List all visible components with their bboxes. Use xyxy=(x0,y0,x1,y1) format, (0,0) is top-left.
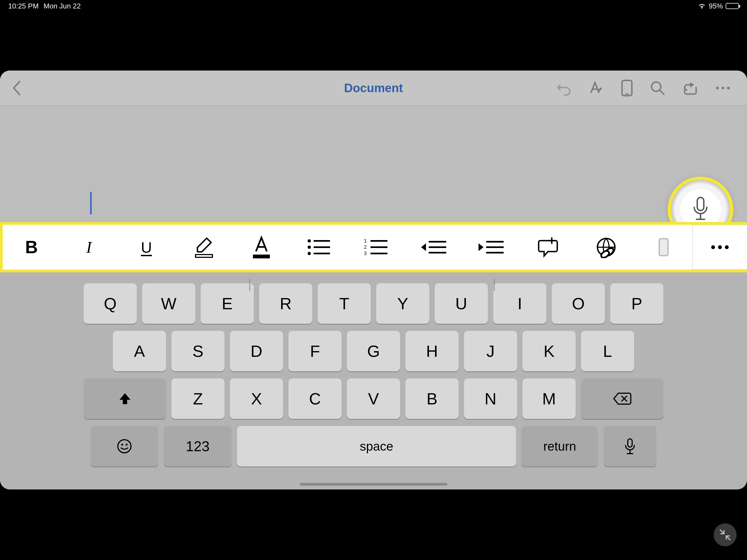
insert-media-button[interactable] xyxy=(635,225,692,270)
undo-icon[interactable] xyxy=(556,80,571,96)
svg-text:3: 3 xyxy=(364,251,367,256)
key-shift[interactable] xyxy=(84,378,166,419)
emoji-icon xyxy=(117,439,132,454)
formatting-ribbon-highlight: B I U 123 xyxy=(0,222,747,272)
svg-text:1: 1 xyxy=(364,238,367,244)
key-p[interactable]: P xyxy=(610,283,663,324)
bold-button[interactable]: B xyxy=(3,225,60,270)
search-icon[interactable] xyxy=(650,80,666,96)
key-h[interactable]: H xyxy=(406,331,459,371)
font-color-button[interactable] xyxy=(233,225,290,270)
keyboard-row-4: 123 space return xyxy=(81,426,666,466)
status-time: 10:25 PM xyxy=(8,2,38,10)
svg-rect-11 xyxy=(253,255,270,258)
key-x[interactable]: X xyxy=(230,378,283,419)
microphone-icon xyxy=(691,196,710,223)
key-d[interactable]: D xyxy=(230,331,283,371)
key-return[interactable]: return xyxy=(521,426,598,466)
key-t[interactable]: T xyxy=(318,283,371,324)
key-g[interactable]: G xyxy=(347,331,400,371)
svg-rect-10 xyxy=(196,255,212,257)
status-date: Mon Jun 22 xyxy=(44,2,81,10)
decrease-indent-button[interactable] xyxy=(462,225,520,270)
status-bar: 10:25 PM Mon Jun 22 95% xyxy=(0,0,747,12)
svg-rect-44 xyxy=(628,439,632,447)
insert-link-button[interactable] xyxy=(577,225,635,270)
battery-icon xyxy=(726,3,739,9)
svg-point-5 xyxy=(722,87,724,90)
key-a[interactable]: A xyxy=(113,331,166,371)
home-indicator[interactable] xyxy=(300,483,447,486)
svg-rect-7 xyxy=(697,198,704,210)
svg-line-3 xyxy=(660,90,664,94)
svg-point-41 xyxy=(118,440,131,453)
text-cursor xyxy=(90,192,92,214)
key-e[interactable]: E xyxy=(201,283,254,324)
key-z[interactable]: Z xyxy=(172,378,225,419)
key-q[interactable]: Q xyxy=(84,283,137,324)
key-s[interactable]: S xyxy=(172,331,225,371)
svg-point-37 xyxy=(718,245,722,249)
arrows-in-icon xyxy=(719,529,731,541)
svg-text:2: 2 xyxy=(364,245,367,250)
back-button[interactable] xyxy=(0,71,33,105)
keyboard-row-2: A S D F G H J K L xyxy=(81,331,666,371)
backspace-icon xyxy=(613,392,632,405)
svg-point-14 xyxy=(308,252,311,255)
svg-point-13 xyxy=(308,246,311,249)
svg-point-4 xyxy=(716,87,719,90)
add-comment-button[interactable] xyxy=(520,225,577,270)
key-u[interactable]: U xyxy=(435,283,488,324)
key-b[interactable]: B xyxy=(406,378,459,419)
more-icon[interactable] xyxy=(715,86,730,90)
mobile-view-icon[interactable] xyxy=(621,79,633,97)
key-k[interactable]: K xyxy=(522,331,575,371)
microphone-icon xyxy=(624,438,636,455)
underline-button[interactable]: U xyxy=(118,225,175,270)
key-n[interactable]: N xyxy=(464,378,517,419)
key-y[interactable]: Y xyxy=(376,283,429,324)
italic-button[interactable]: I xyxy=(60,225,118,270)
key-c[interactable]: C xyxy=(288,378,341,419)
key-i[interactable]: I xyxy=(493,283,546,324)
increase-indent-button[interactable] xyxy=(405,225,462,270)
shift-icon xyxy=(118,391,132,406)
key-dictation[interactable] xyxy=(603,426,656,466)
ribbon-more-button[interactable] xyxy=(692,225,747,270)
svg-point-38 xyxy=(725,245,729,249)
key-emoji[interactable] xyxy=(91,426,158,466)
highlight-color-button[interactable] xyxy=(175,225,233,270)
key-w[interactable]: W xyxy=(142,283,195,324)
numbered-list-button[interactable]: 123 xyxy=(347,225,405,270)
svg-point-34 xyxy=(600,250,610,258)
doc-header: Document xyxy=(0,71,747,105)
key-numbers[interactable]: 123 xyxy=(164,426,232,466)
bullet-list-button[interactable] xyxy=(290,225,347,270)
key-r[interactable]: R xyxy=(259,283,312,324)
svg-point-36 xyxy=(711,245,715,249)
svg-point-12 xyxy=(308,239,311,243)
key-backspace[interactable] xyxy=(581,378,663,419)
svg-point-42 xyxy=(121,444,123,446)
wifi-icon xyxy=(698,3,706,9)
document-canvas[interactable] xyxy=(0,105,747,222)
battery-pct: 95% xyxy=(709,2,723,10)
svg-point-6 xyxy=(727,87,730,90)
svg-rect-35 xyxy=(659,239,668,256)
key-f[interactable]: F xyxy=(288,331,341,371)
share-icon[interactable] xyxy=(682,80,699,96)
key-space[interactable]: space xyxy=(237,426,516,466)
word-app: Document xyxy=(0,71,747,489)
key-l[interactable]: L xyxy=(581,331,634,371)
keyboard-row-1: Q W E R T Y U I O P xyxy=(81,283,666,324)
key-o[interactable]: O xyxy=(552,283,605,324)
key-v[interactable]: V xyxy=(347,378,400,419)
svg-rect-0 xyxy=(622,80,632,96)
device-frame: 10:25 PM Mon Jun 22 95% Document xyxy=(0,0,747,560)
key-m[interactable]: M xyxy=(522,378,575,419)
pip-collapse-button[interactable] xyxy=(714,524,737,546)
font-style-icon[interactable] xyxy=(588,80,604,96)
keyboard-row-3: Z X C V B N M xyxy=(81,378,666,419)
key-j[interactable]: J xyxy=(464,331,517,371)
svg-point-43 xyxy=(126,444,128,446)
